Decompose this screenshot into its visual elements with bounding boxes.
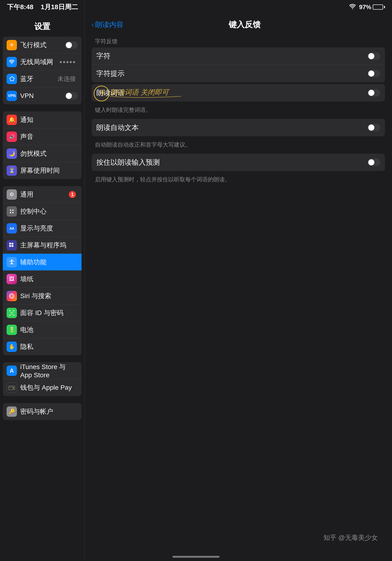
svg-point-16 [11,312,11,313]
battery-icon: 🔋 [7,325,17,335]
general-group: ⚙ 通用 1 控制中心 AA 显示与亮度 主屏幕与程序坞 [0,186,84,355]
general-badge: 1 [69,191,76,198]
sidebar-item-itunes[interactable]: A iTunes Store 与 App Store [3,362,82,379]
main-header: ‹ 朗读内容 键入反馈 [85,14,392,33]
status-time-date: 下午8:48 1月18日周二 [7,3,78,11]
faceid-icon [7,308,17,318]
sidebar-item-wifi[interactable]: 无线局域网 ●●●●● [3,54,82,70]
svg-point-3 [12,212,14,213]
svg-point-2 [10,212,11,213]
sidebar-item-notifications[interactable]: 🔔 通知 [3,111,82,128]
section-label-chars: 字符反馈 [92,38,385,45]
row-read-words[interactable]: 朗读词语 [92,84,385,101]
svg-point-1 [12,210,14,211]
wifi-icon [349,3,356,11]
svg-rect-5 [11,243,13,245]
svg-rect-20 [9,387,15,388]
notifications-group: 🔔 通知 🔊 声音 🌙 勿扰模式 ⏳ 屏幕使用时间 [0,111,84,179]
svg-rect-15 [13,315,14,315]
read-autotext-toggle[interactable] [368,124,380,131]
status-bar: 下午8:48 1月18日周二 97% [0,0,392,14]
sidebar-item-display[interactable]: AA 显示与亮度 [3,220,82,237]
store-group: A iTunes Store 与 App Store 钱包与 Apple Pay [0,362,84,396]
sidebar-item-screentime[interactable]: ⏳ 屏幕使用时间 [3,162,82,179]
sidebar-item-privacy[interactable]: ✋ 隐私 [3,338,82,355]
svg-rect-13 [13,310,14,311]
row-hold-to-read[interactable]: 按住以朗读输入预测 [92,154,385,171]
sidebar-item-vpn[interactable]: VPN VPN [3,87,82,104]
screentime-icon: ⏳ [7,165,17,176]
sidebar-item-sounds[interactable]: 🔊 声音 [3,128,82,145]
sidebar-item-battery[interactable]: 🔋 电池 [3,321,82,338]
svg-point-17 [12,312,13,313]
read-words-section: 朗读词语 ④ 朗读词语 关闭即可 键入时朗读完整词语。 [92,84,385,119]
privacy-icon: ✋ [7,342,17,352]
wallpaper-icon: 🖼 [7,274,17,284]
back-button[interactable]: ‹ 朗读内容 [92,20,123,30]
home-indicator [173,556,219,558]
sidebar-item-bluetooth[interactable]: ⬠ 蓝牙 未连接 [3,70,82,87]
vpn-icon: VPN [7,91,17,101]
connectivity-group: ✈ 飞行模式 无线局域网 ●●●●● ⬠ 蓝牙 未连接 VPN VPN [0,37,84,104]
itunes-icon: A [7,366,17,376]
char-hint-toggle[interactable] [368,70,380,77]
read-words-card: 朗读词语 [92,84,385,101]
sidebar-item-password[interactable]: 🔑 密码与帐户 [3,403,82,420]
watermark: 知乎 @无毒美少女 [323,533,378,542]
sidebar-item-wallpaper[interactable]: 🖼 墙纸 [3,271,82,288]
svg-point-0 [10,210,11,211]
sidebar-item-general[interactable]: ⚙ 通用 1 [3,186,82,203]
password-group: 🔑 密码与帐户 [0,403,84,420]
sidebar: 设置 ✈ 飞行模式 无线局域网 ●●●●● ⬠ 蓝牙 未连接 VPN VPN [0,0,85,561]
sidebar-item-siri[interactable]: Siri 与搜索 [3,288,82,304]
main-panel: ‹ 朗读内容 键入反馈 字符反馈 字符 字符提示 朗读词语 [85,0,392,561]
row-character[interactable]: 字符 [92,47,385,65]
airplane-icon: ✈ [7,40,17,50]
notifications-icon: 🔔 [7,115,17,125]
sidebar-item-wallet[interactable]: 钱包与 Apple Pay [3,379,82,396]
sidebar-item-controlcenter[interactable]: 控制中心 [3,203,82,220]
svg-rect-14 [9,315,11,315]
battery-indicator: 97% [359,3,385,11]
wifi-icon [7,57,17,67]
sidebar-item-airplane[interactable]: ✈ 飞行模式 [3,37,82,54]
hold-to-read-card: 按住以朗读输入预测 [92,154,385,171]
svg-rect-7 [11,245,13,247]
sidebar-item-homescreen[interactable]: 主屏幕与程序坞 [3,237,82,254]
sounds-icon: 🔊 [7,131,17,142]
homescreen-icon [7,240,17,250]
read-words-description: 键入时朗读完整词语。 [92,103,385,119]
dnd-icon: 🌙 [7,149,17,159]
sidebar-item-accessibility[interactable]: 辅助功能 [3,254,82,271]
row-char-hint[interactable]: 字符提示 [92,65,385,82]
sidebar-item-dnd[interactable]: 🌙 勿扰模式 [3,145,82,162]
svg-rect-6 [9,245,11,247]
svg-rect-19 [9,386,15,390]
status-indicators: 97% [349,3,385,11]
wallet-icon [7,382,17,393]
accessibility-icon [7,257,17,267]
hold-to-read-description: 启用键入预测时，轻点并按住以听取每个词语的朗读。 [92,173,385,188]
svg-point-8 [11,259,12,261]
svg-rect-21 [13,388,14,388]
svg-rect-12 [9,310,11,311]
password-icon: 🔑 [7,406,17,417]
general-icon: ⚙ [7,189,17,200]
main-content: 字符反馈 字符 字符提示 朗读词语 [85,33,392,193]
read-autotext-description: 自动朗读自动改正和首字母大写建议。 [92,138,385,154]
sidebar-title: 设置 [0,14,84,37]
vpn-toggle[interactable] [65,92,78,100]
siri-icon [7,291,17,301]
display-icon: AA [7,223,17,234]
row-read-autotext[interactable]: 朗读自动文本 [92,119,385,136]
hold-to-read-toggle[interactable] [368,159,380,166]
sidebar-item-faceid[interactable]: 面容 ID 与密码 [3,304,82,321]
character-toggle[interactable] [368,52,380,60]
read-words-toggle[interactable] [368,89,380,97]
back-chevron-icon: ‹ [92,21,94,28]
main-title: 键入反馈 [128,19,361,30]
airplane-toggle[interactable] [65,41,78,49]
svg-rect-4 [9,243,11,245]
character-feedback-card: 字符 字符提示 [92,47,385,82]
read-autotext-card: 朗读自动文本 [92,119,385,136]
